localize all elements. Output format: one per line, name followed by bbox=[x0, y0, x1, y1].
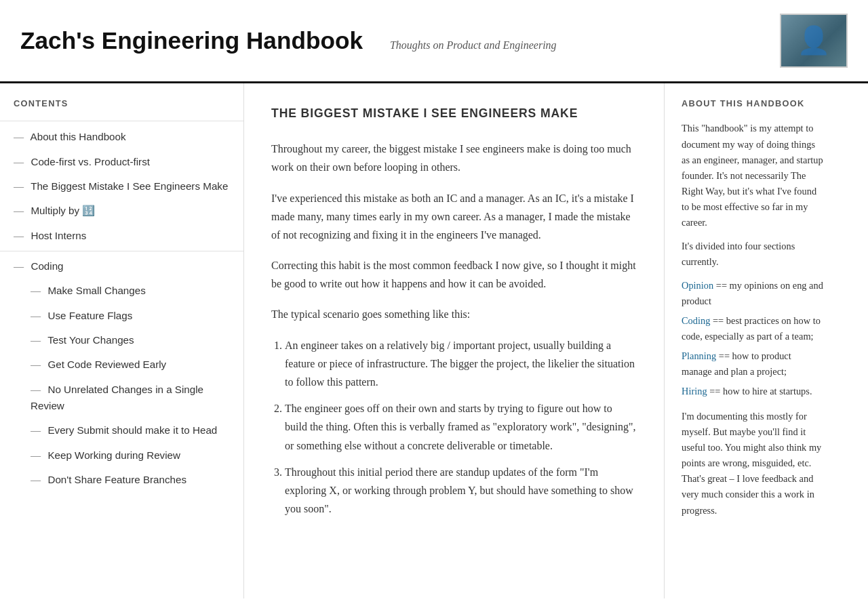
dash-icon: — bbox=[31, 422, 41, 439]
article-list: An engineer takes on a relatively big / … bbox=[285, 336, 637, 518]
sidebar-item-test-changes[interactable]: — Test Your Changes bbox=[0, 328, 243, 352]
about-label: ABOUT THIS HANDBOOK bbox=[682, 97, 824, 110]
contents-label: CONTENTS bbox=[0, 97, 243, 117]
sidebar-item-make-small-changes[interactable]: — Make Small Changes bbox=[0, 279, 243, 303]
dash-icon: — bbox=[31, 357, 41, 373]
site-header: Zach's Engineering Handbook Thoughts on … bbox=[0, 0, 868, 83]
site-tagline: Thoughts on Product and Engineering bbox=[390, 37, 557, 54]
sidebar-item-no-unrelated-changes[interactable]: — No Unrelated Changes in a Single Revie… bbox=[0, 378, 243, 419]
dash-icon: — bbox=[14, 129, 24, 145]
article-para-1: Throughout my career, the biggest mistak… bbox=[271, 140, 637, 176]
dash-icon: — bbox=[31, 472, 41, 488]
sidebar-item-code-first[interactable]: — Code-first vs. Product-first bbox=[0, 150, 243, 174]
dash-icon: — bbox=[31, 382, 41, 398]
dash-icon: — bbox=[14, 228, 24, 244]
about-section-coding: Coding == best practices on how to code,… bbox=[682, 313, 824, 344]
article-content: THE BIGGEST MISTAKE I SEE ENGINEERS MAKE… bbox=[244, 83, 665, 598]
about-description-2: It's divided into four sections currentl… bbox=[682, 239, 824, 270]
article-para-2: I've experienced this mistake as both an… bbox=[271, 189, 637, 245]
coding-link[interactable]: Coding bbox=[682, 315, 710, 326]
dash-icon: — bbox=[31, 447, 41, 464]
avatar bbox=[780, 14, 848, 68]
dash-icon: — bbox=[14, 258, 24, 274]
dash-icon: — bbox=[31, 283, 41, 299]
dash-icon: — bbox=[14, 154, 24, 170]
list-item: Throughout this initial period there are… bbox=[285, 463, 637, 518]
hiring-desc: == how to hire at startups. bbox=[707, 386, 812, 396]
article-title: THE BIGGEST MISTAKE I SEE ENGINEERS MAKE bbox=[271, 104, 637, 123]
header-left: Zach's Engineering Handbook Thoughts on … bbox=[20, 22, 780, 60]
about-section-planning: Planning == how to product manage and pl… bbox=[682, 348, 824, 380]
about-section-hiring: Hiring == how to hire at startups. bbox=[682, 384, 824, 399]
list-item: The engineer goes off on their own and s… bbox=[285, 399, 637, 455]
article-para-4: The typical scenario goes something like… bbox=[271, 305, 637, 323]
sidebar-item-coding[interactable]: — Coding bbox=[0, 254, 243, 279]
about-section-opinion: Opinion == my opinions on eng and produc… bbox=[682, 278, 824, 309]
right-sidebar: ABOUT THIS HANDBOOK This "handbook" is m… bbox=[665, 83, 841, 598]
main-layout: CONTENTS — About this Handbook — Code-fi… bbox=[0, 83, 868, 598]
sidebar-item-biggest-mistake[interactable]: — The Biggest Mistake I See Engineers Ma… bbox=[0, 174, 243, 199]
site-title[interactable]: Zach's Engineering Handbook bbox=[20, 22, 363, 60]
sidebar-item-every-submit[interactable]: — Every Submit should make it to Head bbox=[0, 418, 243, 443]
planning-link[interactable]: Planning bbox=[682, 350, 716, 361]
sidebar-item-keep-working[interactable]: — Keep Working during Review bbox=[0, 443, 243, 468]
dash-icon: — bbox=[14, 203, 24, 219]
about-description-3: I'm documenting this mostly for myself. … bbox=[682, 409, 824, 518]
sidebar: CONTENTS — About this Handbook — Code-fi… bbox=[0, 83, 244, 598]
dash-icon: — bbox=[14, 178, 24, 195]
sidebar-item-about-handbook[interactable]: — About this Handbook bbox=[0, 125, 243, 149]
sidebar-item-multiply[interactable]: — Multiply by 🔢 bbox=[0, 199, 243, 223]
dash-icon: — bbox=[31, 332, 41, 348]
sidebar-item-use-feature-flags[interactable]: — Use Feature Flags bbox=[0, 304, 243, 328]
sidebar-item-dont-share[interactable]: — Don't Share Feature Branches bbox=[0, 468, 243, 492]
about-description-1: This "handbook" is my attempt to documen… bbox=[682, 121, 824, 230]
article-para-3: Correcting this habit is the most common… bbox=[271, 256, 637, 293]
list-item: An engineer takes on a relatively big / … bbox=[285, 336, 637, 392]
opinion-link[interactable]: Opinion bbox=[682, 280, 713, 291]
sidebar-item-get-code-reviewed[interactable]: — Get Code Reviewed Early bbox=[0, 352, 243, 377]
sidebar-item-host-interns[interactable]: — Host Interns bbox=[0, 224, 243, 248]
dash-icon: — bbox=[31, 308, 41, 324]
hiring-link[interactable]: Hiring bbox=[682, 386, 707, 396]
